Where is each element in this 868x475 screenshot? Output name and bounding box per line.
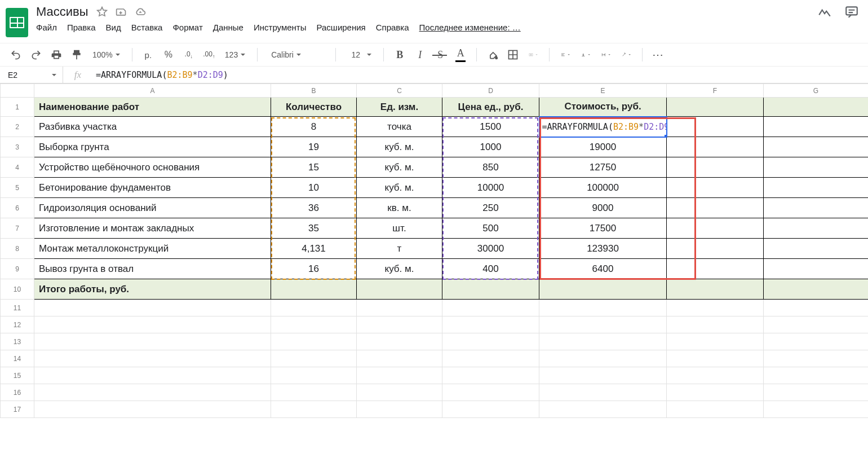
currency-button[interactable]: р.: [140, 47, 156, 63]
cell[interactable]: [764, 117, 869, 137]
cell-qty[interactable]: 4,131: [271, 239, 357, 259]
cell[interactable]: [442, 316, 539, 333]
borders-button[interactable]: [505, 47, 521, 63]
cell-name[interactable]: Бетонирование фундаментов: [34, 178, 271, 198]
row-header[interactable]: 13: [1, 333, 34, 350]
cell[interactable]: [539, 367, 667, 384]
zoom-select[interactable]: 100%: [89, 50, 124, 59]
cell[interactable]: [271, 316, 357, 333]
cell-price[interactable]: 850: [442, 157, 539, 178]
cell-qty[interactable]: 35: [271, 218, 357, 239]
cell[interactable]: [667, 350, 764, 367]
cell[interactable]: [357, 279, 442, 300]
spreadsheet[interactable]: A B C D E F G 1 Наименование работ Колич…: [0, 83, 868, 418]
cell[interactable]: [357, 316, 442, 333]
fill-color-button[interactable]: [485, 47, 501, 63]
cell[interactable]: [442, 350, 539, 367]
cell-price[interactable]: 1000: [442, 137, 539, 157]
cell[interactable]: [271, 333, 357, 350]
cell[interactable]: [667, 333, 764, 350]
dec-more-button[interactable]: .00↑: [201, 47, 217, 63]
menu-format[interactable]: Формат: [172, 23, 202, 32]
cell-unit[interactable]: т: [357, 239, 442, 259]
italic-button[interactable]: I: [412, 47, 428, 63]
row-header[interactable]: 16: [1, 384, 34, 401]
paint-format-button[interactable]: [69, 47, 85, 63]
cell[interactable]: [667, 137, 764, 157]
cell-unit[interactable]: куб. м.: [357, 137, 442, 157]
merge-button[interactable]: [525, 47, 541, 63]
cell-qty[interactable]: 15: [271, 157, 357, 178]
cell[interactable]: [764, 333, 869, 350]
cell[interactable]: [539, 316, 667, 333]
star-icon[interactable]: [96, 6, 108, 17]
cell-price[interactable]: 30000: [442, 239, 539, 259]
cell-price[interactable]: 1500: [442, 117, 539, 137]
row-header[interactable]: 12: [1, 316, 34, 333]
cell[interactable]: [667, 316, 764, 333]
cell[interactable]: [357, 367, 442, 384]
cell-name[interactable]: Изготовление и монтаж закладных: [34, 218, 271, 239]
menu-data[interactable]: Данные: [213, 23, 243, 32]
menu-file[interactable]: Файл: [36, 23, 57, 32]
cell[interactable]: [764, 279, 869, 300]
cell[interactable]: [442, 279, 539, 300]
cell[interactable]: [667, 157, 764, 178]
col-header[interactable]: F: [667, 84, 764, 98]
cell[interactable]: [667, 117, 764, 137]
cell[interactable]: [34, 300, 271, 316]
cell[interactable]: [667, 218, 764, 239]
cell-cost[interactable]: 123930: [539, 239, 667, 259]
number-format-select[interactable]: 123: [222, 50, 249, 59]
percent-button[interactable]: %: [161, 47, 176, 63]
row-header[interactable]: 11: [1, 300, 34, 316]
cell[interactable]: [357, 350, 442, 367]
name-box[interactable]: E2: [0, 67, 63, 83]
cell[interactable]: [357, 300, 442, 316]
last-edit[interactable]: Последнее изменение: …: [419, 23, 521, 32]
cell[interactable]: [357, 401, 442, 418]
cell[interactable]: [764, 178, 869, 198]
menu-extensions[interactable]: Расширения: [317, 23, 366, 32]
cell[interactable]: [764, 300, 869, 316]
print-button[interactable]: [48, 47, 64, 63]
text-color-button[interactable]: A: [453, 47, 468, 63]
cell[interactable]: [271, 401, 357, 418]
cell[interactable]: [271, 384, 357, 401]
cell[interactable]: [271, 279, 357, 300]
cell[interactable]: [539, 333, 667, 350]
row-header[interactable]: 8: [1, 239, 34, 259]
activity-icon[interactable]: [817, 5, 832, 19]
row-header[interactable]: 17: [1, 401, 34, 418]
header-name[interactable]: Наименование работ: [34, 98, 271, 117]
cell[interactable]: [667, 401, 764, 418]
header-unit[interactable]: Ед. изм.: [357, 98, 442, 117]
total-label[interactable]: Итого работы, руб.: [34, 279, 271, 300]
select-all-corner[interactable]: [1, 84, 34, 98]
cell[interactable]: [764, 98, 869, 117]
cell[interactable]: [442, 384, 539, 401]
cell[interactable]: [271, 367, 357, 384]
cell-unit[interactable]: куб. м.: [357, 178, 442, 198]
cell[interactable]: [34, 350, 271, 367]
cell[interactable]: [764, 316, 869, 333]
row-header[interactable]: 1: [1, 98, 34, 117]
cell-unit[interactable]: куб. м.: [357, 259, 442, 279]
cell-cost[interactable]: 19000: [539, 137, 667, 157]
cell-name[interactable]: Монтаж металлоконструкций: [34, 239, 271, 259]
menu-edit[interactable]: Правка: [67, 23, 96, 32]
cell[interactable]: [34, 333, 271, 350]
cell-unit[interactable]: куб. м.: [357, 157, 442, 178]
font-size-select[interactable]: 12: [344, 50, 375, 59]
header-price[interactable]: Цена ед., руб.: [442, 98, 539, 117]
cell[interactable]: [764, 137, 869, 157]
cell-cost[interactable]: 12750: [539, 157, 667, 178]
col-header[interactable]: A: [34, 84, 271, 98]
halign-button[interactable]: [557, 47, 573, 63]
cell[interactable]: [764, 367, 869, 384]
cell-price[interactable]: 250: [442, 198, 539, 218]
row-header[interactable]: 4: [1, 157, 34, 178]
cell-cost[interactable]: 9000: [539, 198, 667, 218]
redo-button[interactable]: [28, 47, 44, 63]
cell-price[interactable]: 10000: [442, 178, 539, 198]
